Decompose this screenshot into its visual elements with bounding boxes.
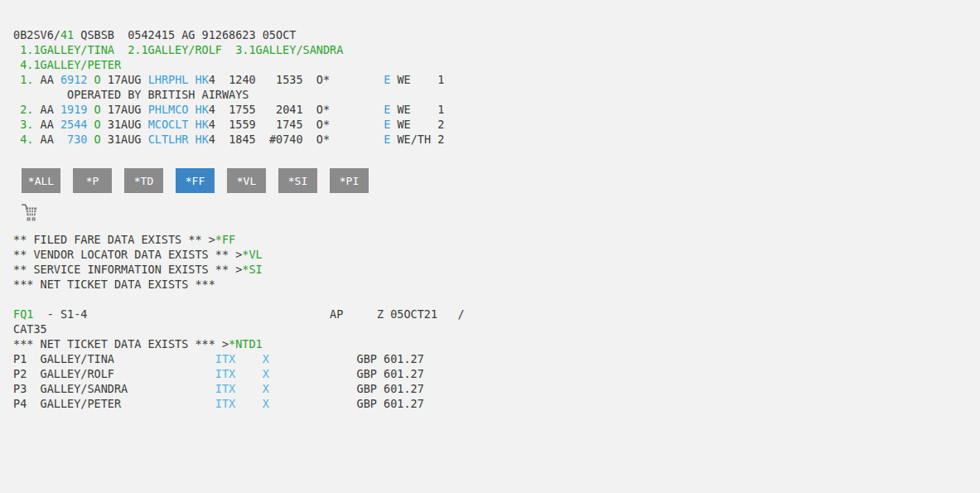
segment-number[interactable]: 1.: [20, 73, 33, 86]
command-link-vl[interactable]: *VL: [242, 248, 262, 261]
fare-indicator-link[interactable]: X: [263, 382, 269, 395]
cat35-line: CAT35: [13, 321, 980, 336]
button-p[interactable]: *P: [73, 168, 112, 193]
flight-number[interactable]: 2544: [60, 118, 88, 131]
messages-block: ** FILED FARE DATA EXISTS ** >*FF** VEND…: [13, 232, 980, 292]
booking-class[interactable]: O: [94, 118, 101, 131]
command-link-ntd1[interactable]: *NTD1: [229, 337, 263, 350]
carrier-code: AA: [33, 118, 60, 131]
text-segment: [235, 382, 263, 395]
text-segment: [235, 397, 263, 410]
departure-date: 17AUG: [101, 103, 148, 116]
flight-segment-4: 4. AA 730 O 31AUG CLTLHR HK4 1845 #0740 …: [13, 132, 980, 147]
fare-type-link[interactable]: ITX: [215, 397, 235, 410]
day-of-week: WE 1: [390, 73, 444, 86]
record-locator-suffix[interactable]: 41: [60, 28, 74, 41]
day-of-week: WE 2: [390, 118, 444, 131]
fare-indicator-link[interactable]: X: [263, 397, 269, 410]
text-segment: [87, 118, 94, 131]
text-segment: [87, 73, 94, 86]
status-code[interactable]: HK: [196, 118, 209, 131]
text-segment: [188, 103, 195, 116]
text-segment: [13, 118, 20, 131]
segment-times: 4 1240 1535 O*: [209, 73, 384, 86]
button-vl[interactable]: *VL: [227, 168, 266, 193]
fare-quote-details: - S1-4 AP Z 05OCT21 /: [33, 307, 464, 321]
flight-segment-2: 2. AA 1919 O 17AUG PHLMCO HK4 1755 2041 …: [13, 102, 980, 117]
fare-amount: GBP 601.27: [269, 352, 424, 365]
text-segment: [114, 352, 215, 365]
operated-by-line: OPERATED BY BRITISH AIRWAYS: [13, 87, 980, 102]
button-si[interactable]: *SI: [278, 168, 317, 193]
booking-class[interactable]: O: [94, 73, 101, 86]
fare-amount: GBP 601.27: [269, 367, 424, 380]
message-text: *** NET TICKET DATA EXISTS ***: [13, 278, 215, 291]
passenger-names[interactable]: 1.1GALLEY/TINA 2.1GALLEY/ROLF 3.1GALLEY/…: [20, 43, 343, 56]
text-segment: [13, 43, 20, 56]
vendor-locator-message: ** VENDOR LOCATOR DATA EXISTS ** >*VL: [13, 247, 980, 262]
booking-class[interactable]: O: [94, 133, 101, 146]
segment-number[interactable]: 2.: [20, 103, 33, 116]
button-all[interactable]: *ALL: [22, 168, 60, 193]
status-code[interactable]: HK: [196, 73, 209, 86]
button-ff[interactable]: *FF: [176, 168, 215, 193]
button-pi[interactable]: *PI: [330, 168, 369, 193]
flight-number[interactable]: 730: [67, 133, 87, 146]
text-segment: [13, 73, 20, 86]
status-code[interactable]: HK: [196, 103, 209, 116]
net-ticket-message: *** NET TICKET DATA EXISTS ***: [13, 277, 980, 292]
city-pair[interactable]: LHRPHL: [148, 73, 189, 86]
segment-number[interactable]: 3.: [20, 118, 33, 131]
segment-number[interactable]: 4.: [20, 133, 33, 146]
fare-quote-number[interactable]: FQ1: [13, 307, 33, 321]
gds-terminal-screen: { "palette": { "background": "#f1f2f1", …: [0, 0, 980, 493]
segment-times: 4 1559 1745 O*: [209, 118, 384, 131]
fare-indicator-link[interactable]: X: [263, 352, 269, 365]
pnr-header-line: 0B2SV6/41 QSBSB 0542415 AG 91268623 05OC…: [13, 27, 980, 42]
service-information-message: ** SERVICE INFORMATION EXISTS ** >*SI: [13, 262, 980, 277]
day-of-week: WE/TH 2: [390, 133, 444, 146]
text-segment: [13, 58, 20, 71]
command-link-ff[interactable]: *FF: [215, 233, 235, 246]
fare-type-link[interactable]: ITX: [215, 382, 235, 395]
record-locator: 0B2SV6/: [13, 28, 60, 41]
text-segment: [13, 103, 20, 116]
cat35-label: CAT35: [13, 322, 47, 336]
departure-date: 31AUG: [101, 133, 148, 146]
message-text: *** NET TICKET DATA EXISTS *** >: [13, 337, 229, 350]
text-segment: [87, 133, 94, 146]
day-of-week: WE 1: [390, 103, 444, 116]
shopping-cart-glyph: [20, 202, 40, 223]
flight-segment-3: 3. AA 2544 O 31AUG MCOCLT HK4 1559 1745 …: [13, 117, 980, 132]
fare-amount: GBP 601.27: [269, 382, 424, 395]
message-text: ** SERVICE INFORMATION EXISTS ** >: [13, 263, 242, 276]
command-link-si[interactable]: *SI: [242, 263, 262, 276]
passenger-names[interactable]: 4.1GALLEY/PETER: [20, 58, 121, 71]
shopping-cart-icon[interactable]: [20, 202, 40, 223]
text-segment: [188, 118, 195, 131]
carrier-code: AA: [33, 103, 60, 116]
segment-times: 4 1755 2041 O*: [209, 103, 384, 116]
flight-number[interactable]: 1919: [60, 103, 88, 116]
button-td[interactable]: *TD: [124, 168, 163, 193]
flight-segment-1: 1. AA 6912 O 17AUG LHRPHL HK4 1240 1535 …: [13, 72, 980, 87]
city-pair[interactable]: MCOCLT: [148, 118, 189, 131]
operated-by-text: OPERATED BY BRITISH AIRWAYS: [13, 88, 249, 101]
city-pair[interactable]: PHLMCO: [148, 103, 189, 116]
departure-date: 31AUG: [101, 118, 148, 131]
screen-toolbar: *ALL*P*TD*FF*VL*SI*PI: [22, 168, 980, 193]
flight-number[interactable]: 6912: [60, 73, 88, 86]
passenger-fare-row-4: P4 GALLEY/PETER ITX X GBP 601.27: [13, 396, 980, 411]
text-segment: [188, 73, 195, 86]
filed-fare-message: ** FILED FARE DATA EXISTS ** >*FF: [13, 232, 980, 247]
text-segment: [128, 382, 215, 395]
message-text: ** VENDOR LOCATOR DATA EXISTS ** >: [13, 248, 242, 261]
booking-class[interactable]: O: [94, 103, 101, 116]
pcc-agent-info: QSBSB 0542415 AG 91268623 05OCT: [74, 28, 296, 41]
city-pair[interactable]: CLTLHR: [148, 133, 189, 146]
fare-type-link[interactable]: ITX: [215, 352, 235, 365]
fare-type-link[interactable]: ITX: [215, 367, 235, 380]
net-ticket-data-line: *** NET TICKET DATA EXISTS *** >*NTD1: [13, 336, 980, 351]
status-code[interactable]: HK: [196, 133, 209, 146]
fare-indicator-link[interactable]: X: [263, 367, 269, 380]
